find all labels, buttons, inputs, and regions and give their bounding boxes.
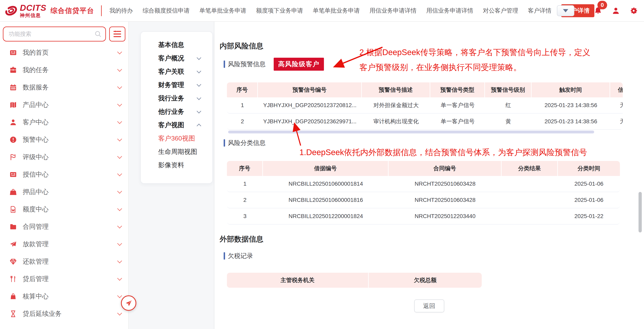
external-data-title: 外部数据信息 (220, 234, 263, 244)
chevron-down-icon (197, 69, 201, 73)
map-icon (9, 101, 17, 109)
customer-menu-item[interactable]: 客户360视图 (141, 132, 212, 145)
warning-section-title: 风险预警信息 (228, 60, 266, 68)
sidebar-collapse-button[interactable] (109, 26, 126, 41)
tax-section-title: 欠税记录 (228, 252, 253, 260)
sidebar-item[interactable]: 我的任务 (0, 61, 128, 79)
sidebar-item-label: 核算中心 (23, 292, 118, 301)
customer-menu-item[interactable]: 客户关联 (141, 65, 212, 78)
top-nav-item[interactable]: 对公客户管理 (483, 7, 518, 15)
sidebar-item[interactable]: 贷后延续业务 (0, 305, 128, 323)
horizontal-scrollbar-thumb[interactable] (228, 131, 594, 133)
sidebar-item[interactable]: 授信中心 (0, 166, 128, 183)
sidebar-item[interactable]: 额度中心 (0, 201, 128, 218)
table-cell: 1 (227, 176, 263, 192)
table-row[interactable]: 2YJBHYJXH_DGP20250123629971...审计机构出现变化单一… (227, 114, 623, 130)
customer-menu-item[interactable]: 我行业务 (141, 92, 212, 105)
customer-menu-item[interactable]: 影像资料 (141, 159, 212, 172)
top-nav-item[interactable]: 综合额度授信申请 (142, 7, 190, 15)
sidebar-item-label: 我的任务 (23, 66, 118, 74)
top-nav-item[interactable]: 我的待办 (110, 7, 133, 15)
calendar-icon (9, 84, 17, 91)
sidebar-item[interactable]: 合同管理 (0, 218, 128, 236)
search-input[interactable] (3, 26, 106, 41)
sidebar-item[interactable]: 贷后管理 (0, 270, 128, 288)
search-icon (94, 30, 102, 38)
table-header-cell: 预警信号编号 (258, 82, 362, 97)
top-nav-item[interactable]: 用信业务申请详情 (370, 7, 416, 15)
top-nav: 我的待办综合额度授信申请单笔单批业务申请额度项下业务申请单笔单批业务申请用信业务… (110, 4, 551, 17)
table-cell: 黄 (485, 114, 532, 129)
nav-more-button[interactable] (557, 5, 574, 16)
user-icon[interactable] (612, 6, 620, 15)
table-cell: YJBHYJXH_DGP20250123720812... (258, 97, 362, 113)
notifications-button[interactable]: 0 (594, 6, 602, 15)
customer-menu-item[interactable]: 基本信息 (141, 38, 212, 52)
table-cell: NRCBILL2025010600001816 (263, 192, 388, 208)
top-nav-item[interactable]: 客户详情 (528, 7, 552, 15)
dcits-logo-icon (4, 4, 18, 17)
table-row[interactable]: 1YJBHYJXH_DGP20250123720812...对外担保金额过大单一… (227, 97, 623, 114)
customer-menu-item-label: 影像资料 (158, 161, 200, 170)
user-icon (9, 118, 17, 126)
vertical-scrollbar-thumb[interactable] (638, 192, 642, 232)
top-nav-item[interactable]: 用信业务申请详情 (426, 7, 473, 15)
customer-menu-item[interactable]: 他行业务 (141, 105, 212, 118)
table-header-cell: 分类时间 (558, 161, 620, 176)
customer-menu-item[interactable]: 生命周期视图 (141, 145, 212, 159)
table-row[interactable]: 3NRCBILL2025012200001824NRCHT20250122034… (227, 208, 620, 225)
sidebar-item[interactable]: 核算中心 (0, 288, 128, 305)
back-button[interactable]: 返回 (414, 300, 444, 313)
panel-toggle-button[interactable] (121, 295, 136, 311)
sidebar-item[interactable]: 押品中心 (0, 183, 128, 201)
sidebar-item-label: 额度中心 (23, 205, 118, 214)
sidebar-item-label: 还款管理 (23, 257, 118, 266)
sidebar-item-label: 贷后延续业务 (23, 309, 118, 318)
customer-menu-item-label: 我行业务 (158, 94, 197, 103)
plane-icon (9, 240, 17, 248)
chevron-down-icon (197, 55, 201, 60)
sidebar-item[interactable]: 产品中心 (0, 96, 128, 114)
sidebar-item[interactable]: 预警中心 (0, 131, 128, 148)
customer-menu-item-label: 客户360视图 (158, 134, 200, 143)
risk-classification-table: 序号借据编号合同编号分类结果分类时间1NRCBILL20250106000018… (227, 161, 620, 225)
top-nav-item[interactable]: 额度项下业务申请 (256, 7, 303, 15)
customer-menu-item-label: 客户概况 (158, 54, 197, 63)
header-right: 0 (557, 5, 638, 16)
customer-menu-item-label: 客户关联 (158, 67, 197, 76)
header-divider (584, 5, 584, 16)
table-header-cell: 分类结果 (502, 161, 558, 176)
customer-menu-item[interactable]: 财务管理 (141, 78, 212, 92)
customer-menu-item[interactable]: 客户概况 (141, 52, 212, 65)
table-row[interactable]: 1NRCBILL2025010600001814NRCHT20250106034… (227, 176, 620, 192)
table-header-cell: 预警信号级别 (485, 82, 532, 97)
top-nav-item[interactable]: 单笔单批业务申请 (313, 7, 360, 15)
chevron-down-icon (117, 189, 122, 194)
sidebar-item-label: 评级中心 (23, 153, 118, 162)
table-header-cell: 欠税总额 (369, 273, 482, 288)
table-cell: 单一客户信号 (430, 114, 485, 129)
sidebar-item[interactable]: 数据服务 (0, 79, 128, 96)
table-cell: 2025-01-23 14:38:56 (532, 114, 610, 129)
section-bar (224, 60, 225, 68)
gear-icon[interactable] (630, 6, 638, 15)
sidebar-item[interactable]: 我的首页 (0, 44, 128, 61)
sidebar-item[interactable]: 客户中心 (0, 114, 128, 131)
chevron-down-icon (117, 276, 122, 281)
chevron-down-icon (117, 258, 122, 263)
table-header-cell: 触发时间 (532, 82, 610, 97)
chevron-down-icon (117, 293, 122, 298)
sidebar-item[interactable]: 还款管理 (0, 253, 128, 270)
sidebar-item[interactable]: 放款管理 (0, 236, 128, 253)
sidebar-item[interactable]: 评级中心 (0, 148, 128, 166)
annotation-step1: 1.DeepSeek依托内外部数据信息，结合预警信号体系，为客户探测风险预警信号 (300, 145, 587, 160)
table-cell: NRCBILL2025010600001814 (263, 176, 388, 192)
table-cell: 无 (610, 97, 623, 113)
top-nav-item[interactable]: 单笔单批业务申请 (199, 7, 246, 15)
table-row[interactable]: 2NRCBILL2025010600001816NRCHT20250106034… (227, 192, 620, 208)
customer-menu-card: 基本信息客户概况客户关联财务管理我行业务他行业务客户视图客户360视图生命周期视… (140, 31, 213, 184)
customer-menu-item-label: 财务管理 (158, 81, 197, 89)
customer-menu-item[interactable]: 客户视图 (141, 118, 212, 132)
table-cell: 单一客户信号 (430, 97, 485, 113)
warning-signal-table: 序号预警信号编号预警信号描述预警信号类型预警信号级别触发时间信1YJBHYJXH… (227, 82, 623, 130)
